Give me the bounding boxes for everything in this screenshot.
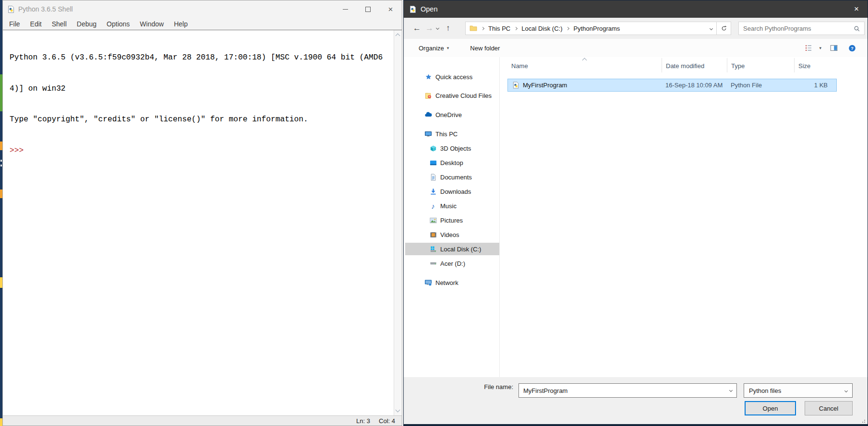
shell-text-area[interactable]: Python 3.6.5 (v3.6.5:f59c0932b4, Mar 28 … xyxy=(3,30,394,416)
menu-file[interactable]: File xyxy=(9,20,20,28)
address-dropdown-icon[interactable] xyxy=(710,26,713,30)
sidebar-item-3d-objects[interactable]: 3D Objects xyxy=(405,142,499,154)
file-type: Python File xyxy=(727,82,794,89)
sidebar-item-music[interactable]: ♪ Music xyxy=(405,200,499,212)
network-icon xyxy=(424,279,432,286)
views-caret-icon[interactable]: ▾ xyxy=(819,46,821,50)
search-input[interactable] xyxy=(739,22,852,35)
idle-title-bar[interactable]: Python 3.6.5 Shell × xyxy=(3,0,402,18)
sidebar-item-network[interactable]: Network xyxy=(405,276,499,289)
shell-line: Type "copyright", "credits" or "license(… xyxy=(10,115,394,125)
open-button[interactable]: Open xyxy=(745,401,796,415)
command-toolbar: Organize ▾ New folder ▾ ? xyxy=(404,39,868,57)
maximize-button[interactable] xyxy=(357,0,379,18)
sidebar-item-documents[interactable]: Documents xyxy=(405,171,499,183)
idle-status-bar: Ln: 3 Col: 4 xyxy=(3,415,402,426)
sidebar-item-local-disk-c[interactable]: Local Disk (C:) xyxy=(405,243,499,255)
this-pc-monitor-icon xyxy=(424,130,432,138)
search-box xyxy=(738,22,865,35)
idle-menu-bar: File Edit Shell Debug Options Window Hel… xyxy=(3,18,402,30)
status-line-number: Ln: 3 xyxy=(356,417,370,425)
breadcrumb-local-disk[interactable]: Local Disk (C:) xyxy=(521,25,562,32)
menu-shell[interactable]: Shell xyxy=(52,20,67,28)
scroll-down-icon[interactable] xyxy=(396,408,400,413)
recent-locations-icon[interactable] xyxy=(436,26,439,30)
organize-button[interactable]: Organize xyxy=(419,45,444,52)
idle-shell-window: Python 3.6.5 Shell × File Edit Shell Deb… xyxy=(2,0,402,426)
cancel-button[interactable]: Cancel xyxy=(805,401,853,415)
videos-film-icon xyxy=(429,231,437,238)
minimize-button[interactable] xyxy=(334,0,357,18)
breadcrumb-chevron-icon xyxy=(566,26,569,30)
column-header-type[interactable]: Type xyxy=(727,58,794,72)
maximize-icon xyxy=(365,7,371,12)
folder-icon xyxy=(470,24,477,32)
organize-caret-icon: ▾ xyxy=(447,46,449,50)
breadcrumb-python-programs[interactable]: PythonPrograms xyxy=(573,25,620,32)
sidebar-item-pictures[interactable]: Pictures xyxy=(405,214,499,226)
column-header-name[interactable]: Name xyxy=(507,58,662,72)
file-name-input[interactable] xyxy=(519,384,723,397)
menu-debug[interactable]: Debug xyxy=(77,20,96,28)
python-file-icon xyxy=(512,82,519,89)
sidebar-item-acer-d[interactable]: Acer (D:) xyxy=(405,257,499,270)
breadcrumb-chevron-icon xyxy=(514,26,518,30)
pane-splitter[interactable] xyxy=(499,57,500,379)
python-app-icon xyxy=(7,5,15,13)
column-header-size[interactable]: Size xyxy=(794,58,837,72)
dialog-title-bar[interactable]: Open × xyxy=(404,0,868,18)
new-folder-button[interactable]: New folder xyxy=(470,45,500,52)
file-list: Name Date modified Type Size MyFirstProg… xyxy=(507,57,837,379)
idle-window-title: Python 3.6.5 Shell xyxy=(18,5,73,13)
file-name-label: File name: xyxy=(404,383,513,390)
navigation-bar: ← → ↑ This PC Local Disk (C:) PythonProg… xyxy=(404,18,868,39)
scroll-up-icon[interactable] xyxy=(396,34,400,38)
preview-pane-icon[interactable] xyxy=(830,44,838,52)
help-icon[interactable]: ? xyxy=(848,44,856,52)
sidebar-item-onedrive[interactable]: OneDrive xyxy=(405,108,499,121)
breadcrumb[interactable]: This PC Local Disk (C:) PythonPrograms xyxy=(465,22,717,35)
dialog-title: Open xyxy=(421,5,437,13)
forward-button[interactable]: → xyxy=(425,18,434,39)
dialog-close-button[interactable]: × xyxy=(845,0,868,18)
back-button[interactable]: ← xyxy=(413,18,421,39)
desktop-icon xyxy=(429,159,437,166)
idle-scrollbar[interactable] xyxy=(394,30,401,416)
file-size: 1 KB xyxy=(794,82,832,89)
screen: Python 3.6.5 Shell × File Edit Shell Deb… xyxy=(0,0,868,426)
column-header-date-modified[interactable]: Date modified xyxy=(662,58,727,72)
breadcrumb-this-pc[interactable]: This PC xyxy=(488,25,510,32)
menu-options[interactable]: Options xyxy=(107,20,130,28)
sidebar-item-videos[interactable]: Videos xyxy=(405,228,499,241)
menu-edit[interactable]: Edit xyxy=(30,20,42,28)
file-name-combobox xyxy=(518,383,737,398)
breadcrumb-chevron-icon xyxy=(481,26,484,30)
details-view-icon[interactable] xyxy=(805,44,812,52)
shell-prompt: >>> xyxy=(10,146,394,156)
downloads-arrow-icon xyxy=(429,188,437,195)
sidebar-item-this-pc[interactable]: This PC xyxy=(405,128,499,140)
file-row-selected[interactable]: MyFirstProgram 16-Sep-18 10:09 AM Python… xyxy=(507,79,837,92)
file-type-value: Python files xyxy=(749,387,781,394)
creative-cloud-icon xyxy=(424,92,432,99)
up-button[interactable]: ↑ xyxy=(446,18,450,39)
close-button[interactable]: × xyxy=(379,0,402,18)
search-icon xyxy=(854,25,860,32)
menu-window[interactable]: Window xyxy=(140,20,164,28)
file-name-dropdown-icon[interactable] xyxy=(729,389,733,392)
shell-line: 4)] on win32 xyxy=(10,84,394,95)
refresh-button[interactable] xyxy=(717,22,731,35)
menu-help[interactable]: Help xyxy=(174,20,188,28)
svg-text:?: ? xyxy=(851,45,854,50)
file-name: MyFirstProgram xyxy=(523,82,567,89)
sidebar-item-creative-cloud[interactable]: Creative Cloud Files xyxy=(405,89,499,102)
column-headers: Name Date modified Type Size xyxy=(507,58,837,72)
sidebar-item-quick-access[interactable]: Quick access xyxy=(405,71,499,83)
strip-white-mark xyxy=(0,160,2,162)
refresh-icon xyxy=(721,25,727,32)
resize-grip[interactable] xyxy=(860,418,865,423)
sidebar-item-desktop[interactable]: Desktop xyxy=(405,156,499,169)
sidebar-item-downloads[interactable]: Downloads xyxy=(405,185,499,198)
dialog-footer: File name: Python files Open Cancel xyxy=(404,377,868,424)
file-type-select[interactable]: Python files xyxy=(744,383,853,398)
